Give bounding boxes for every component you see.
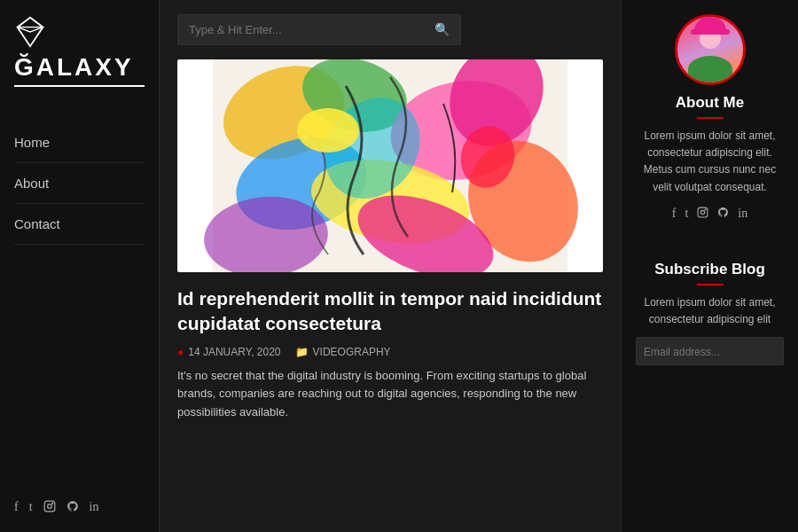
post-date: ● 14 JANUARY, 2020 <box>177 346 281 358</box>
post-title: Id reprehenderit mollit in tempor naid i… <box>177 286 603 337</box>
svg-point-18 <box>297 108 359 153</box>
about-instagram-icon[interactable] <box>697 207 708 222</box>
about-title: About Me <box>676 94 744 112</box>
post-featured-image <box>177 59 603 272</box>
github-icon[interactable] <box>66 500 79 516</box>
svg-point-20 <box>701 210 705 214</box>
subscribe-title: Subscribe Blog <box>636 261 784 278</box>
subscribe-input-area[interactable] <box>636 337 784 365</box>
avatar-image <box>677 17 743 82</box>
svg-rect-3 <box>44 501 55 512</box>
search-icon[interactable]: 🔍 <box>434 22 450 37</box>
main-content: 🔍 Id reprehenderit mollit in tempor naid… <box>160 0 621 532</box>
sidebar-social-icons: f t in <box>14 482 145 516</box>
about-linkedin-icon[interactable]: in <box>738 207 747 222</box>
post-excerpt: It's no secret that the digital industry… <box>177 367 603 422</box>
diamond-icon <box>14 16 46 48</box>
nav-home[interactable]: Home <box>14 122 145 163</box>
search-input[interactable] <box>189 23 434 36</box>
svg-point-4 <box>47 505 51 509</box>
twitter-icon[interactable]: t <box>29 500 33 516</box>
folder-icon: 📁 <box>295 346 309 358</box>
avatar <box>675 14 746 85</box>
svg-point-5 <box>51 503 52 504</box>
nav-contact[interactable]: Contact <box>14 204 145 245</box>
subscribe-divider <box>697 284 724 286</box>
about-widget: About Me Lorem ipsum dolor sit amet, con… <box>636 14 784 222</box>
svg-rect-19 <box>698 207 708 217</box>
about-divider <box>697 117 724 119</box>
search-bar[interactable]: 🔍 <box>177 14 461 45</box>
subscribe-widget: Subscribe Blog Lorem ipsum dolor sit ame… <box>636 261 784 365</box>
instagram-icon[interactable] <box>43 500 56 516</box>
nav-about[interactable]: About <box>14 163 145 204</box>
sidebar: ĞALAXY Home About Contact f t in <box>0 0 160 532</box>
facebook-icon[interactable]: f <box>14 500 19 516</box>
subscribe-email-input[interactable] <box>644 346 776 358</box>
clock-icon: ● <box>177 346 184 358</box>
about-text: Lorem ipsum dolor sit amet, consectetur … <box>636 128 784 196</box>
logo-title: ĞALAXY <box>14 53 145 87</box>
about-social-icons: f t in <box>672 207 747 222</box>
logo-area: ĞALAXY <box>14 16 145 87</box>
post-meta: ● 14 JANUARY, 2020 📁 VIDEOGRAPHY <box>177 346 603 358</box>
main-nav: Home About Contact <box>14 122 145 245</box>
about-github-icon[interactable] <box>717 207 729 222</box>
about-twitter-icon[interactable]: t <box>685 207 688 222</box>
svg-point-21 <box>705 209 706 210</box>
right-sidebar: About Me Lorem ipsum dolor sit amet, con… <box>621 0 798 532</box>
subscribe-text: Lorem ipsum dolor sit amet, consectetur … <box>636 294 784 328</box>
svg-marker-1 <box>18 18 43 32</box>
abstract-art <box>177 59 603 272</box>
post-category: 📁 VIDEOGRAPHY <box>295 346 391 358</box>
about-facebook-icon[interactable]: f <box>672 207 677 222</box>
linkedin-icon[interactable]: in <box>90 500 99 516</box>
